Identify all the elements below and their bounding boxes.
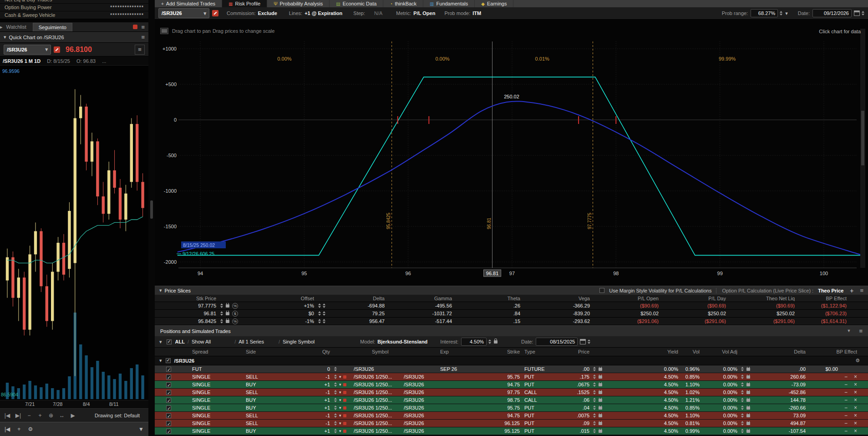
vol-adj-cell[interactable]: 0.00%	[700, 373, 737, 380]
price-cell[interactable]: .06	[556, 396, 589, 404]
chevron-down-icon[interactable]	[159, 358, 162, 364]
col-type[interactable]: Type	[520, 348, 556, 355]
slice-offset[interactable]: -1%	[244, 318, 314, 325]
col-yield[interactable]: Yield	[614, 348, 678, 355]
qty-cell[interactable]: -1	[273, 420, 330, 427]
lock-icon[interactable]	[494, 340, 497, 344]
row-checkbox[interactable]	[166, 421, 171, 426]
col-delta[interactable]: Delta	[335, 295, 385, 302]
price-cell[interactable]: .04	[556, 404, 589, 411]
vol-adj-stepper[interactable]	[741, 429, 744, 433]
drawing-set-label[interactable]: Drawing set: Default	[95, 413, 140, 418]
delete-row-icon[interactable]: ×	[854, 420, 857, 427]
chevron-down-icon[interactable]	[785, 10, 788, 16]
remove-row-icon[interactable]: −	[844, 404, 848, 411]
row-checkbox[interactable]	[166, 374, 171, 380]
col-vol[interactable]: Vol	[678, 348, 700, 355]
slice-offset[interactable]: $0	[244, 310, 314, 317]
qty-stepper[interactable]	[334, 405, 337, 410]
col-vol-adj[interactable]: Vol Adj	[700, 348, 737, 355]
option-pl-calc-value[interactable]: Theo Price	[818, 288, 843, 293]
offset-stepper[interactable]	[318, 311, 321, 316]
expand-caret-icon[interactable]: ▾	[339, 373, 341, 380]
position-row[interactable]: FUT 0 ▾ /SR3U26 SEP 26 FUTURE .00	[155, 365, 868, 373]
lock-icon[interactable]	[226, 304, 229, 308]
offset-stepper[interactable]	[318, 303, 321, 308]
row-checkbox[interactable]	[166, 398, 171, 403]
slice-price[interactable]: 97.7775	[155, 302, 216, 309]
col-bp-effect[interactable]: BP Effect	[795, 295, 847, 302]
menu-icon[interactable]	[135, 45, 145, 55]
delete-row-icon[interactable]: ×	[854, 373, 857, 380]
chart-settings-icon[interactable]	[160, 28, 168, 34]
col-symbol[interactable]: Symbol	[354, 348, 404, 355]
add-tab-icon[interactable]: +	[17, 426, 20, 432]
quick-chart-header[interactable]: Quick Chart on /SR3U26	[0, 32, 148, 43]
col-stk-price[interactable]: Stk Price	[155, 295, 216, 302]
panel-resize-handle[interactable]	[148, 0, 155, 436]
col-pl-day[interactable]: P/L Day	[659, 295, 726, 302]
slice-price-stepper[interactable]	[220, 319, 223, 323]
price-cell[interactable]: .0075	[556, 412, 589, 419]
lock-icon[interactable]	[746, 430, 750, 433]
chevron-down-icon[interactable]	[159, 287, 162, 293]
positions-group-row[interactable]: /SR3U26	[155, 356, 868, 365]
vol-adj-stepper[interactable]	[741, 390, 744, 395]
lock-icon[interactable]	[746, 406, 750, 410]
expand-caret-icon[interactable]: ▾	[339, 427, 341, 435]
price-stepper[interactable]	[593, 421, 596, 426]
filter-all-label[interactable]: ALL	[175, 339, 185, 344]
position-row[interactable]: SINGLE SELL -1 ▾ /SR3U26 1/250... /SR3U2…	[155, 373, 868, 381]
expand-caret-icon[interactable]: ▾	[339, 404, 341, 411]
risk-profile-chart[interactable]: Drag chart to panDrag prices to change s…	[155, 20, 868, 286]
menu-icon[interactable]	[141, 34, 145, 41]
expand-caret-icon[interactable]: ▾	[339, 412, 341, 419]
collapse-section-icon[interactable]	[847, 328, 851, 334]
tab-add-simulated-trades[interactable]: +Add Simulated Trades	[155, 0, 222, 7]
calendar-icon[interactable]	[854, 10, 860, 16]
offset-mode-icon[interactable]: $	[232, 311, 238, 317]
date-input[interactable]: 09/12/2026	[812, 9, 852, 17]
lock-icon[interactable]	[599, 422, 602, 425]
qty-cell[interactable]: +1	[273, 404, 330, 411]
delete-row-icon[interactable]: ×	[854, 389, 857, 396]
position-row[interactable]: SINGLE BUY +1 ▾ /SR3U26 1/250... /SR3U26…	[155, 404, 868, 412]
slice-offset[interactable]: +1%	[244, 302, 314, 309]
position-row[interactable]: SINGLE SELL -1 ▾ /SR3U26 1/250... /SR3U2…	[155, 420, 868, 427]
row-checkbox[interactable]	[166, 382, 171, 387]
lock-icon[interactable]	[599, 391, 602, 394]
qty-stepper[interactable]	[334, 367, 337, 371]
price-cell[interactable]: .1525	[556, 389, 589, 396]
qty-stepper[interactable]	[334, 374, 337, 379]
col-vega[interactable]: Vega	[520, 295, 590, 302]
qty-stepper[interactable]	[334, 390, 337, 395]
lock-icon[interactable]	[746, 399, 750, 402]
price-stepper[interactable]	[593, 367, 596, 371]
col-gamma[interactable]: Gamma	[385, 295, 452, 302]
vol-adj-stepper[interactable]	[741, 413, 744, 418]
lock-icon[interactable]	[599, 375, 602, 379]
lock-icon[interactable]	[226, 312, 229, 315]
col-side[interactable]: Side	[246, 348, 273, 355]
offset-stepper[interactable]	[318, 319, 321, 323]
vol-adj-stepper[interactable]	[741, 405, 744, 410]
position-row[interactable]: SINGLE BUY +1 ▾ /SR3U26 1/250... /SR3U26…	[155, 396, 868, 404]
filter-symbol-mode[interactable]: Single Symbol	[283, 339, 315, 344]
interest-stepper[interactable]	[488, 339, 491, 344]
price-stepper[interactable]	[593, 382, 596, 387]
step-value[interactable]: N/A	[374, 10, 382, 16]
price-slice-row[interactable]: 96.81 $ $0 79.25 -1031.72 .84 -839.20	[155, 310, 868, 318]
col-spread[interactable]: Spread	[182, 348, 246, 355]
chevron-down-icon[interactable]	[45, 46, 48, 52]
offset-mode-icon[interactable]: %	[232, 318, 238, 324]
position-row[interactable]: SINGLE SELL -1 ▾ /SR3U26 1/250... /SR3U2…	[155, 412, 868, 420]
model-value[interactable]: Bjerksund-Stensland	[377, 339, 427, 344]
lock-icon[interactable]	[599, 430, 602, 433]
price-cell[interactable]: .0675	[556, 381, 589, 388]
col-exp[interactable]: Exp	[440, 348, 474, 355]
delete-row-icon[interactable]: ×	[854, 412, 857, 419]
commission-value[interactable]: Exclude	[258, 10, 277, 16]
symbol-input[interactable]: /SR3U26	[4, 45, 51, 55]
offset-mode-icon[interactable]: %	[232, 303, 238, 309]
delete-row-icon[interactable]: ×	[854, 404, 857, 411]
